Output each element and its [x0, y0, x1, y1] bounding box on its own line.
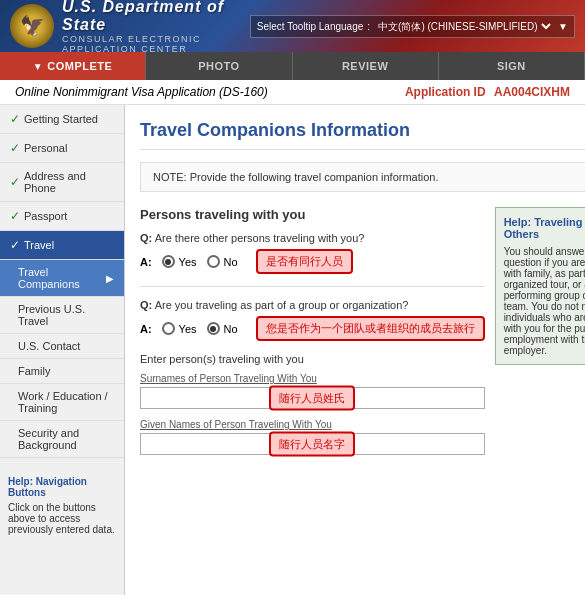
divider-1	[140, 286, 485, 287]
check-icon: ✓	[10, 175, 20, 189]
sidebar-help: Help: Navigation Buttons Click on the bu…	[0, 468, 124, 543]
surname-field-group: Surnames of Person Traveling With You 随行…	[140, 373, 485, 409]
q2-no-option[interactable]: No	[207, 322, 238, 335]
section-title: Persons traveling with you	[140, 207, 485, 222]
given-name-field-group: Given Names of Person Traveling With You…	[140, 419, 485, 455]
application-id: Application ID AA004CIXHM	[405, 85, 570, 99]
check-icon: ✓	[10, 112, 20, 126]
q1-no-option[interactable]: No	[207, 255, 238, 268]
sidebar: ✓ Getting Started ✓ Personal ✓ Address a…	[0, 105, 125, 595]
main-layout: ✓ Getting Started ✓ Personal ✓ Address a…	[0, 105, 585, 595]
language-selector[interactable]: Select Tooltip Language: 中文(简体) (CHINESE…	[250, 15, 575, 38]
q1-yes-option[interactable]: Yes	[162, 255, 197, 268]
sidebar-subitem-work-education[interactable]: Work / Education / Training	[0, 384, 124, 421]
check-icon: ✓	[10, 141, 20, 155]
q2-yes-radio[interactable]	[162, 322, 175, 335]
q2-annotation: 您是否作为一个团队或者组织的成员去旅行	[256, 316, 485, 341]
surname-input-wrapper: 随行人员姓氏	[140, 387, 485, 409]
sidebar-subitem-previous-us-travel[interactable]: Previous U.S. Travel	[0, 297, 124, 334]
lang-label: Select Tooltip Language	[257, 21, 364, 32]
q2-no-radio[interactable]	[207, 322, 220, 335]
note-box: NOTE: Provide the following travel compa…	[140, 162, 585, 192]
surname-annotation: 随行人员姓氏	[269, 386, 355, 411]
given-name-annotation: 随行人员名字	[269, 432, 355, 457]
q1-no-radio[interactable]	[207, 255, 220, 268]
q2-yes-option[interactable]: Yes	[162, 322, 197, 335]
check-icon: ✓	[10, 238, 20, 252]
page-title: Travel Companions Information	[140, 120, 585, 150]
sidebar-item-address-phone[interactable]: ✓ Address and Phone	[0, 163, 124, 202]
arrow-icon: ▼	[33, 61, 43, 72]
sidebar-subitem-family[interactable]: Family	[0, 359, 124, 384]
sidebar-item-getting-started[interactable]: ✓ Getting Started	[0, 105, 124, 134]
check-icon: ✓	[10, 209, 20, 223]
content-area: Travel Companions Information NOTE: Prov…	[125, 105, 585, 595]
section-main: Persons traveling with you Q: Are there …	[140, 207, 485, 465]
tab-sign[interactable]: SIGN	[439, 52, 585, 80]
answer-row-1: A: Yes No 是否有同行人员	[140, 249, 485, 274]
dept-name: U.S. Department of State	[62, 0, 250, 34]
tab-photo[interactable]: PHOTO	[146, 52, 292, 80]
sidebar-subitem-travel-companions[interactable]: Travel Companions ▶	[0, 260, 124, 297]
sidebar-item-personal[interactable]: ✓ Personal	[0, 134, 124, 163]
qa-row-1: Q: Are there other persons traveling wit…	[140, 232, 485, 274]
qa-row-2: Q: Are you traveling as part of a group …	[140, 299, 485, 341]
tab-review[interactable]: REVIEW	[293, 52, 439, 80]
question-1: Q: Are there other persons traveling wit…	[140, 232, 485, 244]
q1-annotation: 是否有同行人员	[256, 249, 353, 274]
sidebar-subitem-us-contact[interactable]: U.S. Contact	[0, 334, 124, 359]
section-container: Persons traveling with you Q: Are there …	[140, 207, 585, 465]
surname-label: Surnames of Person Traveling With You	[140, 373, 485, 384]
enter-persons-label: Enter person(s) traveling with you	[140, 353, 485, 365]
nav-tabs: ▼ COMPLETE PHOTO REVIEW SIGN	[0, 52, 585, 80]
sidebar-subitem-security-background[interactable]: Security and Background	[0, 421, 124, 458]
lang-dropdown[interactable]: 中文(简体) (CHINESE-SIMPLIFIED)	[374, 20, 554, 33]
arrow-right-icon: ▶	[106, 273, 114, 284]
given-name-input-wrapper: 随行人员名字	[140, 433, 485, 455]
answer-row-2: A: Yes No 您是否作为一个团队或者组织的成员去旅行	[140, 316, 485, 341]
dropdown-arrow-icon: ▼	[558, 21, 568, 32]
tab-complete[interactable]: ▼ COMPLETE	[0, 52, 146, 80]
q1-yes-radio[interactable]	[162, 255, 175, 268]
sidebar-item-passport[interactable]: ✓ Passport	[0, 202, 124, 231]
question-2: Q: Are you traveling as part of a group …	[140, 299, 485, 311]
sidebar-item-travel[interactable]: ✓ Travel	[0, 231, 124, 260]
seal-icon: 🦅	[10, 4, 54, 48]
form-name: Online Nonimmigrant Visa Application (DS…	[15, 85, 268, 99]
given-name-label: Given Names of Person Traveling With You	[140, 419, 485, 430]
help-panel: Help: Traveling with Others You should a…	[495, 207, 585, 365]
header: 🦅 U.S. Department of State Consular Elec…	[0, 0, 585, 52]
header-title: U.S. Department of State Consular Electr…	[62, 0, 250, 54]
appid-bar: Online Nonimmigrant Visa Application (DS…	[0, 80, 585, 105]
dept-subtitle: Consular Electronic Application Center	[62, 34, 250, 54]
